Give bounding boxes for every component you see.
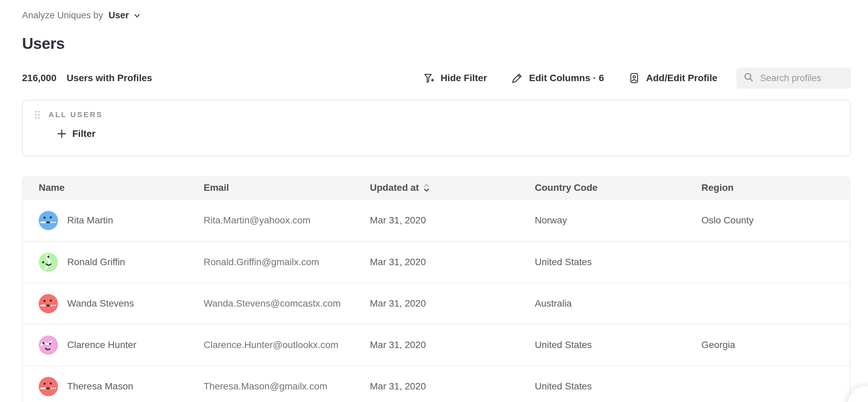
controls-row: 216,000 Users with Profiles Hide Filter … — [22, 68, 851, 89]
toolbar-actions: Hide Filter Edit Columns · 6 Add/Edit Pr… — [398, 68, 851, 89]
user-email: Wanda.Stevens@comcastx.com — [204, 298, 370, 309]
search-icon — [743, 72, 754, 84]
user-email: Clarence.Hunter@outlookx.com — [204, 340, 370, 350]
user-email: Ronald.Griffin@gmailx.com — [204, 257, 370, 268]
add-edit-profile-label: Add/Edit Profile — [646, 73, 717, 84]
table-row[interactable]: Wanda Stevens Wanda.Stevens@comcastx.com… — [23, 282, 850, 324]
profile-count-label: Users with Profiles — [67, 73, 152, 84]
page-title: Users — [22, 34, 851, 53]
user-region: Georgia — [701, 340, 850, 350]
edit-columns-label: Edit Columns · 6 — [529, 73, 604, 84]
user-name-cell: Ronald Griffin — [39, 253, 204, 272]
avatar — [39, 335, 58, 355]
user-updated-at: Mar 31, 2020 — [370, 298, 535, 309]
drag-handle-icon[interactable] — [34, 110, 40, 120]
user-name: Ronald Griffin — [67, 257, 125, 268]
filter-group-label: ALL USERS — [49, 110, 103, 119]
avatar — [39, 211, 58, 230]
funnel-plus-icon — [423, 72, 434, 84]
user-country: Australia — [535, 298, 701, 309]
profile-count-number: 216,000 — [22, 73, 56, 84]
edit-columns-button[interactable]: Edit Columns · 6 — [511, 72, 604, 84]
user-name-cell: Rita Martin — [39, 211, 204, 230]
user-name-cell: Clarence Hunter — [39, 335, 204, 355]
analyze-by-dropdown[interactable]: User — [109, 10, 141, 21]
table-row[interactable]: Ronald Griffin Ronald.Griffin@gmailx.com… — [23, 241, 850, 282]
chevron-down-icon — [133, 12, 141, 20]
profile-card-icon — [628, 72, 640, 84]
add-edit-profile-button[interactable]: Add/Edit Profile — [628, 72, 717, 84]
plus-icon — [57, 129, 67, 139]
analyze-by-value: User — [109, 10, 129, 21]
user-name-cell: Theresa Mason — [39, 377, 204, 396]
user-name: Wanda Stevens — [67, 298, 134, 309]
user-name: Clarence Hunter — [67, 340, 136, 350]
column-header-country-code[interactable]: Country Code — [535, 182, 701, 193]
column-header-name[interactable]: Name — [39, 182, 204, 193]
user-updated-at: Mar 31, 2020 — [370, 215, 535, 226]
user-country: United States — [535, 257, 701, 268]
users-table: Name Email Updated at Country Code Regio… — [22, 176, 850, 402]
column-header-region[interactable]: Region — [701, 182, 850, 193]
filter-card: ALL USERS Filter — [22, 100, 851, 157]
table-row[interactable]: Theresa Mason Theresa.Mason@gmailx.com M… — [23, 365, 850, 402]
avatar — [39, 294, 58, 313]
user-email: Rita.Martin@yahoox.com — [204, 215, 370, 226]
search-profiles-box[interactable] — [736, 68, 851, 89]
user-country: United States — [535, 340, 701, 350]
search-profiles-input[interactable] — [760, 73, 845, 84]
hide-filter-label: Hide Filter — [440, 73, 487, 84]
user-updated-at: Mar 31, 2020 — [370, 257, 535, 268]
avatar — [39, 253, 58, 272]
avatar — [39, 377, 58, 396]
user-country: United States — [535, 381, 701, 392]
table-header: Name Email Updated at Country Code Regio… — [23, 176, 850, 200]
user-region: Oslo County — [701, 215, 850, 226]
add-filter-button[interactable]: Filter — [57, 128, 850, 139]
sort-icon — [423, 183, 430, 193]
user-name: Theresa Mason — [67, 381, 133, 392]
analyze-uniques-label: Analyze Uniques by — [22, 10, 103, 21]
column-header-email[interactable]: Email — [204, 182, 370, 193]
table-row[interactable]: Rita Martin Rita.Martin@yahoox.com Mar 3… — [23, 200, 850, 241]
user-country: Norway — [535, 215, 701, 226]
profile-count: 216,000 Users with Profiles — [22, 73, 152, 84]
add-filter-label: Filter — [72, 128, 95, 139]
user-name: Rita Martin — [67, 215, 113, 226]
analyze-uniques-bar: Analyze Uniques by User — [22, 10, 851, 21]
user-updated-at: Mar 31, 2020 — [370, 340, 535, 350]
pencil-icon — [511, 72, 523, 84]
user-name-cell: Wanda Stevens — [39, 294, 204, 313]
hide-filter-button[interactable]: Hide Filter — [423, 72, 487, 84]
user-email: Theresa.Mason@gmailx.com — [204, 381, 370, 392]
table-row[interactable]: Clarence Hunter Clarence.Hunter@outlookx… — [23, 324, 850, 365]
user-updated-at: Mar 31, 2020 — [370, 381, 535, 392]
column-header-updated-at[interactable]: Updated at — [370, 182, 535, 193]
